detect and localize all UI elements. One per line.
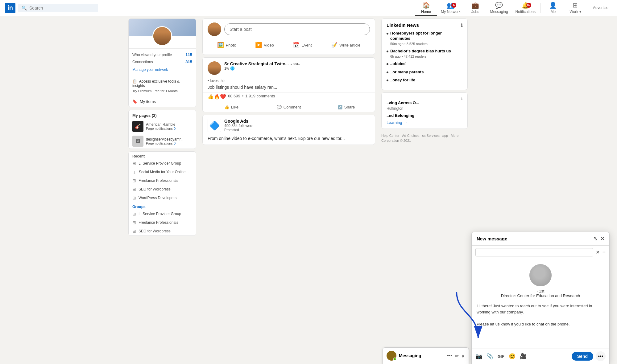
group-item-0[interactable]: ⊞ LI Service Provider Group <box>129 210 196 218</box>
messaging-bar[interactable]: Messaging ••• ✏ ∧ <box>383 347 469 364</box>
news-info-icon[interactable]: ℹ <box>461 23 462 28</box>
message-recipient-input[interactable] <box>475 248 593 256</box>
page-notif-1: Page notifications 0 <box>146 141 192 145</box>
feed-post-1: Sr Creative Strategist at Twitc... • 3rd… <box>202 57 375 112</box>
manage-network-link[interactable]: Manage your network <box>132 67 168 72</box>
recent-item-4[interactable]: ⊞ WordPress Developers <box>129 194 196 202</box>
news-content-0: Homebuyers opt for longer commutes 56m a… <box>390 31 462 46</box>
clear-recipient-button[interactable]: ✕ <box>596 249 600 255</box>
news-item-2[interactable]: ..obbies' <box>387 61 462 67</box>
learning-link[interactable]: Learning → <box>387 120 462 125</box>
group-item-2[interactable]: ⊞ SEO for Wordpress <box>129 227 196 235</box>
nav-jobs-label: Jobs <box>471 10 479 14</box>
minimize-message-button[interactable]: ⤡ <box>593 236 597 242</box>
page-item-1[interactable]: 🖼 designservicesbyamr... Page notificati… <box>129 134 196 149</box>
image-tool-button[interactable]: 📷 <box>475 353 482 360</box>
message-popup-header: New message ⤡ ✕ <box>472 232 609 246</box>
app-link[interactable]: app <box>442 134 448 137</box>
group-icon-g1: ⊞ <box>132 220 136 225</box>
gif-tool-button[interactable]: GIF <box>498 354 504 359</box>
search-bar[interactable]: 🔍 <box>18 4 98 12</box>
my-items-link[interactable]: 🔖 My items <box>129 96 196 107</box>
page-item-0[interactable]: 🎸 American Ramble Page notifications 0 <box>129 119 196 134</box>
recent-item-2[interactable]: ⊞ Freelance Professionals <box>129 176 196 185</box>
nav-me[interactable]: 👤 Me <box>542 0 564 16</box>
ad-card-2: ℹ ..ving Across O... Huffington ..nd Bel… <box>381 92 468 129</box>
who-viewed-row[interactable]: Who viewed your profile 115 <box>132 51 192 58</box>
comment-icon: 💬 <box>277 105 282 109</box>
group-item-label-0: LI Service Provider Group <box>139 212 181 216</box>
more-link[interactable]: More <box>451 134 458 137</box>
recent-item-0[interactable]: ⊞ LI Service Provider Group <box>129 159 196 168</box>
nav-home[interactable]: 🏠 Home <box>415 0 437 16</box>
search-icon: 🔍 <box>22 6 27 10</box>
feed-post-1-actions: 👍 Like 💬 Comment ↗️ Share <box>203 102 375 112</box>
group-item-1[interactable]: ⊞ Freelance Professionals <box>129 218 196 227</box>
post-actions: 🖼️ Photo ▶️ Video 📅 Event 📝 Write articl… <box>208 39 370 51</box>
recent-item-label-3: SEO for Wordpress <box>139 187 171 191</box>
my-network-badge: 6 <box>451 3 456 8</box>
recent-item-1[interactable]: ◫ Social Media for Your Online... <box>129 168 196 176</box>
linkedin-logo[interactable]: in <box>5 3 15 13</box>
profile-avatar-wrap[interactable] <box>129 26 196 48</box>
photo-icon: 🖼️ <box>217 42 224 48</box>
news-item-4[interactable]: ..oney for life <box>387 78 462 83</box>
news-headline-1: Bachelor's degree bias hurts us <box>390 49 451 54</box>
recent-label: Recent <box>129 152 196 159</box>
group-icon-r3: ⊞ <box>132 187 136 192</box>
like-button[interactable]: 👍 Like <box>203 102 260 112</box>
attach-tool-button[interactable]: 📎 <box>487 353 493 360</box>
nav-divider-2 <box>588 3 588 13</box>
news-item-0[interactable]: Homebuyers opt for longer commutes 56m a… <box>387 31 462 46</box>
news-headline-4: ..oney for life <box>390 78 415 83</box>
post-article-button[interactable]: 📝 Write article <box>327 39 364 51</box>
feed-post-1-time: 1w 🌐 <box>224 66 370 71</box>
nav-messaging[interactable]: 💬 Messaging <box>487 0 512 16</box>
post-photo-button[interactable]: 🖼️ Photo <box>213 39 240 51</box>
send-message-button[interactable]: Send <box>572 352 593 361</box>
search-input[interactable] <box>29 6 94 10</box>
my-pages-card: My pages (2) 🎸 American Ramble Page noti… <box>128 110 196 149</box>
ad2-title: ..ving Across O... <box>387 100 462 105</box>
messaging-collapse-button[interactable]: ∧ <box>461 353 465 359</box>
nav-work[interactable]: ⊞ Work ▾ <box>564 0 586 16</box>
message-footer: 📷 📎 GIF 😊 🎥 Send ••• <box>472 349 609 364</box>
comment-button[interactable]: 💬 Comment <box>260 102 317 112</box>
share-button[interactable]: ↗️ Share <box>317 102 375 112</box>
services-link[interactable]: ss Services <box>422 134 439 137</box>
premium-section[interactable]: 📋 Access exclusive tools & insights Try … <box>129 76 196 96</box>
premium-title: 📋 Access exclusive tools & insights <box>132 79 192 88</box>
video-tool-button[interactable]: 🎥 <box>520 353 527 360</box>
recent-item-3[interactable]: ⊞ SEO for Wordpress <box>129 185 196 194</box>
recent-item-label-0: LI Service Provider Group <box>139 161 181 166</box>
messaging-compose-button[interactable]: ✏ <box>455 353 459 359</box>
online-indicator <box>393 358 396 361</box>
emoji-tool-button[interactable]: 😊 <box>509 353 516 360</box>
profile-stats: Who viewed your profile 115 Connections … <box>129 48 196 76</box>
share-label: Share <box>344 105 355 109</box>
post-event-button[interactable]: 📅 Event <box>289 39 315 51</box>
feed-post-1-avatar[interactable] <box>208 61 221 75</box>
add-recipient-button[interactable]: + <box>602 249 606 256</box>
news-item-3[interactable]: ..or many parents <box>387 70 462 75</box>
start-post-button[interactable]: Start a post <box>224 23 370 35</box>
news-item-1[interactable]: Bachelor's degree bias hurts us 6h ago •… <box>387 49 462 58</box>
nav-notifications[interactable]: 🔔 82 Notifications <box>512 0 539 16</box>
ads-logo[interactable]: 🔷 <box>208 119 221 132</box>
post-video-button[interactable]: ▶️ Video <box>251 39 278 51</box>
nav-jobs[interactable]: 💼 Jobs <box>464 0 487 16</box>
close-message-button[interactable]: ✕ <box>600 236 604 242</box>
ad-choices-link[interactable]: Ad Choices <box>402 134 419 137</box>
group-icon-r1: ◫ <box>132 170 136 174</box>
messaging-more-button[interactable]: ••• <box>447 353 452 358</box>
news-headline-0: Homebuyers opt for longer commutes <box>390 31 462 41</box>
like-emoji: 👍 <box>208 94 214 100</box>
message-more-button[interactable]: ••• <box>596 351 606 361</box>
premium-icon: 📋 <box>132 79 137 84</box>
nav-advertise[interactable]: Advertise <box>589 0 612 16</box>
help-center-link[interactable]: Help Center <box>381 134 400 137</box>
post-video-label: Video <box>264 43 274 47</box>
nav-my-network[interactable]: 👥 6 My Network <box>437 0 464 16</box>
comments-count: 1,919 comments <box>245 94 275 100</box>
connections-row[interactable]: Connections 815 <box>132 58 192 65</box>
